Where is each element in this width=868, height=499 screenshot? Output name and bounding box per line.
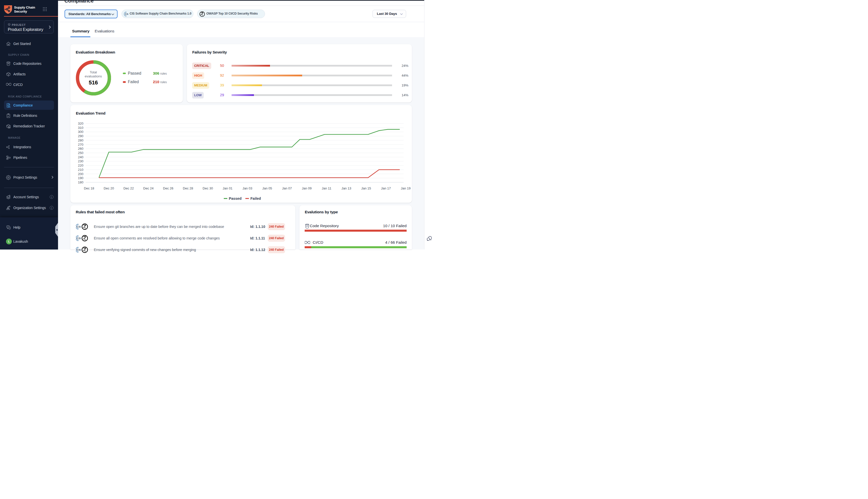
svg-text:230: 230 [78, 159, 83, 163]
svg-text:Dec 26: Dec 26 [163, 186, 173, 190]
svg-text:Jan 19: Jan 19 [401, 186, 411, 190]
svg-text:Jan 01: Jan 01 [223, 186, 233, 190]
svg-text:280: 280 [78, 138, 83, 142]
svg-text:Dec 30: Dec 30 [203, 186, 213, 190]
svg-text:Jan 05: Jan 05 [262, 186, 272, 190]
svg-text:200: 200 [78, 172, 83, 176]
svg-text:310: 310 [78, 126, 83, 130]
svg-text:Jan 17: Jan 17 [381, 186, 391, 190]
svg-text:Jan 15: Jan 15 [361, 186, 371, 190]
svg-text:CIS: CIS [77, 248, 81, 250]
svg-text:250: 250 [78, 151, 83, 155]
svg-text:Failed: Failed [250, 196, 261, 200]
svg-text:Dec 20: Dec 20 [104, 186, 114, 190]
svg-text:320: 320 [78, 122, 83, 125]
svg-text:Jan 09: Jan 09 [302, 186, 312, 190]
svg-text:Jan 13: Jan 13 [341, 186, 351, 190]
svg-text:Jan 07: Jan 07 [282, 186, 292, 190]
svg-text:Passed: Passed [229, 196, 241, 200]
svg-text:Dec 18: Dec 18 [84, 186, 94, 190]
svg-text:CIS: CIS [77, 237, 81, 240]
svg-text:210: 210 [78, 168, 83, 172]
svg-text:Jan 03: Jan 03 [243, 186, 252, 190]
svg-text:180: 180 [78, 180, 83, 184]
svg-text:240: 240 [78, 155, 83, 159]
svg-text:CIS: CIS [77, 226, 81, 228]
svg-text:Dec 28: Dec 28 [183, 186, 193, 190]
svg-text:270: 270 [78, 143, 83, 146]
svg-text:220: 220 [78, 163, 83, 167]
svg-text:260: 260 [78, 147, 83, 150]
svg-text:290: 290 [78, 134, 83, 138]
svg-text:?: ? [8, 226, 9, 228]
svg-text:300: 300 [78, 130, 83, 134]
svg-text:190: 190 [78, 176, 83, 180]
svg-text:CIS: CIS [125, 13, 128, 15]
svg-text:Dec 22: Dec 22 [123, 186, 134, 190]
svg-text:Dec 24: Dec 24 [143, 186, 153, 190]
svg-text:Jan 11: Jan 11 [322, 186, 331, 190]
